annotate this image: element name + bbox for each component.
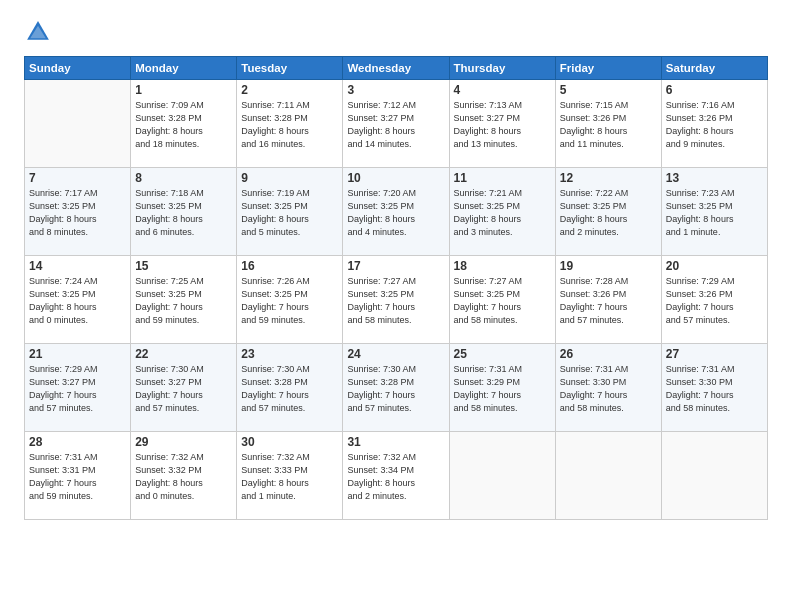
calendar-cell: 19Sunrise: 7:28 AM Sunset: 3:26 PM Dayli… xyxy=(555,256,661,344)
weekday-header-wednesday: Wednesday xyxy=(343,57,449,80)
day-number: 14 xyxy=(29,259,126,273)
day-number: 9 xyxy=(241,171,338,185)
calendar-cell: 21Sunrise: 7:29 AM Sunset: 3:27 PM Dayli… xyxy=(25,344,131,432)
day-number: 26 xyxy=(560,347,657,361)
day-info: Sunrise: 7:15 AM Sunset: 3:26 PM Dayligh… xyxy=(560,99,657,151)
calendar-cell: 6Sunrise: 7:16 AM Sunset: 3:26 PM Daylig… xyxy=(661,80,767,168)
day-info: Sunrise: 7:32 AM Sunset: 3:33 PM Dayligh… xyxy=(241,451,338,503)
day-info: Sunrise: 7:31 AM Sunset: 3:30 PM Dayligh… xyxy=(666,363,763,415)
day-number: 20 xyxy=(666,259,763,273)
day-number: 1 xyxy=(135,83,232,97)
day-info: Sunrise: 7:29 AM Sunset: 3:26 PM Dayligh… xyxy=(666,275,763,327)
calendar-cell xyxy=(555,432,661,520)
weekday-header-friday: Friday xyxy=(555,57,661,80)
calendar-cell: 31Sunrise: 7:32 AM Sunset: 3:34 PM Dayli… xyxy=(343,432,449,520)
calendar-cell: 14Sunrise: 7:24 AM Sunset: 3:25 PM Dayli… xyxy=(25,256,131,344)
calendar-cell: 27Sunrise: 7:31 AM Sunset: 3:30 PM Dayli… xyxy=(661,344,767,432)
day-info: Sunrise: 7:13 AM Sunset: 3:27 PM Dayligh… xyxy=(454,99,551,151)
calendar-week-row: 21Sunrise: 7:29 AM Sunset: 3:27 PM Dayli… xyxy=(25,344,768,432)
day-info: Sunrise: 7:19 AM Sunset: 3:25 PM Dayligh… xyxy=(241,187,338,239)
day-info: Sunrise: 7:30 AM Sunset: 3:28 PM Dayligh… xyxy=(347,363,444,415)
day-info: Sunrise: 7:30 AM Sunset: 3:28 PM Dayligh… xyxy=(241,363,338,415)
weekday-header-thursday: Thursday xyxy=(449,57,555,80)
day-number: 31 xyxy=(347,435,444,449)
day-number: 25 xyxy=(454,347,551,361)
calendar-cell: 10Sunrise: 7:20 AM Sunset: 3:25 PM Dayli… xyxy=(343,168,449,256)
calendar-cell: 13Sunrise: 7:23 AM Sunset: 3:25 PM Dayli… xyxy=(661,168,767,256)
calendar-cell: 18Sunrise: 7:27 AM Sunset: 3:25 PM Dayli… xyxy=(449,256,555,344)
day-info: Sunrise: 7:16 AM Sunset: 3:26 PM Dayligh… xyxy=(666,99,763,151)
day-number: 21 xyxy=(29,347,126,361)
day-number: 2 xyxy=(241,83,338,97)
day-number: 27 xyxy=(666,347,763,361)
calendar-week-row: 7Sunrise: 7:17 AM Sunset: 3:25 PM Daylig… xyxy=(25,168,768,256)
calendar-cell: 7Sunrise: 7:17 AM Sunset: 3:25 PM Daylig… xyxy=(25,168,131,256)
day-number: 10 xyxy=(347,171,444,185)
day-number: 23 xyxy=(241,347,338,361)
calendar-cell: 24Sunrise: 7:30 AM Sunset: 3:28 PM Dayli… xyxy=(343,344,449,432)
day-number: 19 xyxy=(560,259,657,273)
calendar-cell: 1Sunrise: 7:09 AM Sunset: 3:28 PM Daylig… xyxy=(131,80,237,168)
calendar-cell xyxy=(449,432,555,520)
calendar-cell: 30Sunrise: 7:32 AM Sunset: 3:33 PM Dayli… xyxy=(237,432,343,520)
day-number: 7 xyxy=(29,171,126,185)
day-info: Sunrise: 7:31 AM Sunset: 3:29 PM Dayligh… xyxy=(454,363,551,415)
day-number: 4 xyxy=(454,83,551,97)
day-number: 17 xyxy=(347,259,444,273)
calendar-cell: 22Sunrise: 7:30 AM Sunset: 3:27 PM Dayli… xyxy=(131,344,237,432)
calendar-cell: 12Sunrise: 7:22 AM Sunset: 3:25 PM Dayli… xyxy=(555,168,661,256)
weekday-header-monday: Monday xyxy=(131,57,237,80)
day-info: Sunrise: 7:24 AM Sunset: 3:25 PM Dayligh… xyxy=(29,275,126,327)
day-number: 29 xyxy=(135,435,232,449)
calendar-week-row: 14Sunrise: 7:24 AM Sunset: 3:25 PM Dayli… xyxy=(25,256,768,344)
day-info: Sunrise: 7:09 AM Sunset: 3:28 PM Dayligh… xyxy=(135,99,232,151)
day-info: Sunrise: 7:28 AM Sunset: 3:26 PM Dayligh… xyxy=(560,275,657,327)
day-number: 24 xyxy=(347,347,444,361)
day-info: Sunrise: 7:26 AM Sunset: 3:25 PM Dayligh… xyxy=(241,275,338,327)
day-info: Sunrise: 7:31 AM Sunset: 3:31 PM Dayligh… xyxy=(29,451,126,503)
calendar-cell: 17Sunrise: 7:27 AM Sunset: 3:25 PM Dayli… xyxy=(343,256,449,344)
day-number: 6 xyxy=(666,83,763,97)
logo-icon xyxy=(24,18,52,46)
calendar-cell: 29Sunrise: 7:32 AM Sunset: 3:32 PM Dayli… xyxy=(131,432,237,520)
page: SundayMondayTuesdayWednesdayThursdayFrid… xyxy=(0,0,792,612)
day-number: 8 xyxy=(135,171,232,185)
day-info: Sunrise: 7:27 AM Sunset: 3:25 PM Dayligh… xyxy=(454,275,551,327)
calendar-cell: 25Sunrise: 7:31 AM Sunset: 3:29 PM Dayli… xyxy=(449,344,555,432)
day-number: 15 xyxy=(135,259,232,273)
calendar-cell: 2Sunrise: 7:11 AM Sunset: 3:28 PM Daylig… xyxy=(237,80,343,168)
day-number: 22 xyxy=(135,347,232,361)
calendar-week-row: 1Sunrise: 7:09 AM Sunset: 3:28 PM Daylig… xyxy=(25,80,768,168)
day-info: Sunrise: 7:22 AM Sunset: 3:25 PM Dayligh… xyxy=(560,187,657,239)
calendar-cell: 15Sunrise: 7:25 AM Sunset: 3:25 PM Dayli… xyxy=(131,256,237,344)
day-number: 28 xyxy=(29,435,126,449)
day-number: 16 xyxy=(241,259,338,273)
day-info: Sunrise: 7:20 AM Sunset: 3:25 PM Dayligh… xyxy=(347,187,444,239)
day-info: Sunrise: 7:23 AM Sunset: 3:25 PM Dayligh… xyxy=(666,187,763,239)
calendar-cell xyxy=(661,432,767,520)
weekday-header-row: SundayMondayTuesdayWednesdayThursdayFrid… xyxy=(25,57,768,80)
day-number: 18 xyxy=(454,259,551,273)
day-number: 5 xyxy=(560,83,657,97)
calendar-cell: 5Sunrise: 7:15 AM Sunset: 3:26 PM Daylig… xyxy=(555,80,661,168)
weekday-header-tuesday: Tuesday xyxy=(237,57,343,80)
day-number: 13 xyxy=(666,171,763,185)
calendar-cell: 4Sunrise: 7:13 AM Sunset: 3:27 PM Daylig… xyxy=(449,80,555,168)
day-number: 30 xyxy=(241,435,338,449)
day-info: Sunrise: 7:30 AM Sunset: 3:27 PM Dayligh… xyxy=(135,363,232,415)
header xyxy=(24,18,768,46)
calendar-cell: 11Sunrise: 7:21 AM Sunset: 3:25 PM Dayli… xyxy=(449,168,555,256)
calendar-cell: 9Sunrise: 7:19 AM Sunset: 3:25 PM Daylig… xyxy=(237,168,343,256)
day-info: Sunrise: 7:29 AM Sunset: 3:27 PM Dayligh… xyxy=(29,363,126,415)
calendar-cell: 16Sunrise: 7:26 AM Sunset: 3:25 PM Dayli… xyxy=(237,256,343,344)
day-number: 12 xyxy=(560,171,657,185)
day-info: Sunrise: 7:32 AM Sunset: 3:34 PM Dayligh… xyxy=(347,451,444,503)
day-info: Sunrise: 7:32 AM Sunset: 3:32 PM Dayligh… xyxy=(135,451,232,503)
day-info: Sunrise: 7:21 AM Sunset: 3:25 PM Dayligh… xyxy=(454,187,551,239)
calendar-cell: 23Sunrise: 7:30 AM Sunset: 3:28 PM Dayli… xyxy=(237,344,343,432)
day-number: 11 xyxy=(454,171,551,185)
calendar-cell: 26Sunrise: 7:31 AM Sunset: 3:30 PM Dayli… xyxy=(555,344,661,432)
day-number: 3 xyxy=(347,83,444,97)
calendar-cell: 28Sunrise: 7:31 AM Sunset: 3:31 PM Dayli… xyxy=(25,432,131,520)
calendar-cell: 20Sunrise: 7:29 AM Sunset: 3:26 PM Dayli… xyxy=(661,256,767,344)
